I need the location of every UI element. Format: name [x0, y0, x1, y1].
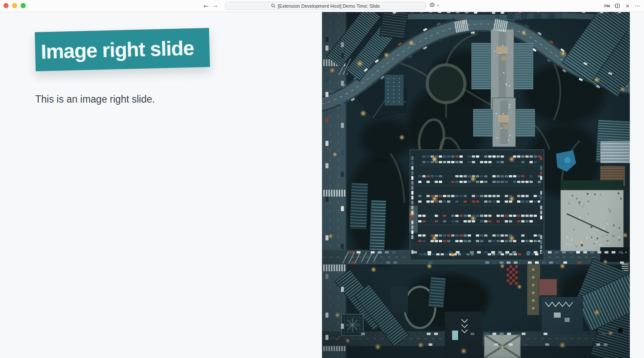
slide-body-text: This is an image right slide.	[35, 94, 155, 105]
search-icon	[271, 3, 276, 8]
robot-menu[interactable]	[429, 2, 440, 8]
titlebar: ← → [Extension Development Host] Demo Ti…	[0, 0, 644, 12]
close-window-button[interactable]	[3, 3, 9, 8]
slide-title-banner: Image right slide	[35, 28, 210, 71]
fm-icon[interactable]: FM	[604, 3, 610, 8]
slide: Image right slide This is an image right…	[0, 12, 322, 358]
address-bar[interactable]: [Extension Development Host] Demo Time: …	[225, 2, 426, 10]
address-text: [Extension Development Host] Demo Time: …	[278, 3, 380, 9]
titlebar-right-actions: FM × ⋯	[604, 0, 641, 12]
traffic-lights	[3, 3, 26, 8]
close-icon[interactable]: ×	[625, 3, 630, 9]
aerial-city-photo-svg	[322, 12, 630, 358]
nav-arrows: ← →	[204, 0, 217, 12]
slide-title: Image right slide	[40, 36, 194, 64]
aerial-city-photo	[322, 12, 630, 358]
zoom-window-button[interactable]	[21, 3, 26, 8]
chevron-down-icon	[436, 3, 440, 7]
minimize-window-button[interactable]	[12, 3, 17, 8]
robot-icon	[429, 2, 435, 8]
back-button[interactable]: ←	[204, 3, 209, 9]
forward-button[interactable]: →	[213, 3, 218, 9]
more-actions-icon[interactable]: ⋯	[635, 3, 641, 9]
webview-content: Image right slide This is an image right…	[0, 12, 644, 358]
split-editor-icon[interactable]	[614, 3, 620, 9]
